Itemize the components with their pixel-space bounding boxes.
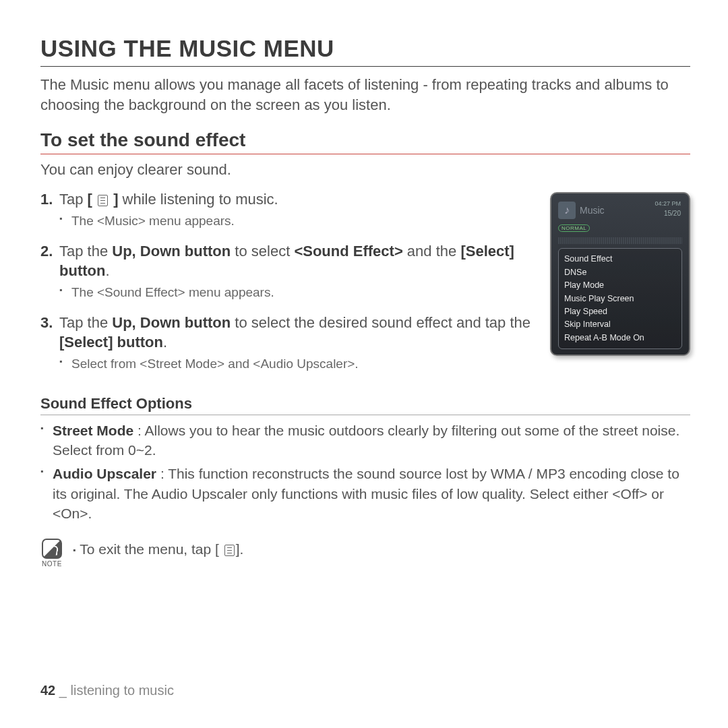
step-2: Tap the Up, Down button to select <Sound… [40, 241, 534, 302]
option-name: Audio Upscaler [53, 466, 156, 481]
note-icon [42, 539, 62, 559]
page-number: 42 [40, 683, 55, 698]
device-spectrum [558, 237, 682, 244]
option-name: Street Mode [53, 423, 133, 438]
device-menu-item: Skip Interval [564, 318, 676, 331]
page-title: USING THE MUSIC MENU [40, 35, 690, 67]
intro-text: The Music menu allows you manage all fac… [40, 75, 690, 115]
footer-section: listening to music [71, 683, 174, 698]
device-time: 04:27 PM [655, 200, 681, 207]
page-footer: 42 _ listening to music [40, 683, 174, 698]
footer-sep: _ [55, 683, 70, 698]
options-title: Sound Effect Options [40, 395, 690, 415]
option-street-mode: Street Mode : Allows you to hear the mus… [40, 421, 690, 460]
device-track-count: 15/20 [664, 210, 681, 217]
device-menu-item: Music Play Screen [564, 293, 676, 305]
step-1-bracket-close: ] [109, 191, 118, 208]
step-3: Tap the Up, Down button to select the de… [40, 313, 534, 373]
device-menu-item: Repeat A-B Mode On [564, 332, 676, 344]
step-1-sub: The <Music> menu appears. [59, 212, 534, 231]
step-2-text: Tap the Up, Down button to select <Sound… [59, 243, 514, 280]
step-1-suffix: while listening to music. [119, 191, 278, 208]
section-title: To set the sound effect [40, 129, 690, 154]
device-title: Music [580, 205, 605, 216]
note-text-before: To exit the menu, tap [ [80, 541, 219, 557]
step-1-prefix: Tap [59, 191, 88, 208]
step-2-sub: The <Sound Effect> menu appears. [59, 284, 534, 302]
device-screenshot: ♪ Music 04:27 PM 15/20 NORMAL Sound Effe… [550, 192, 690, 356]
note-text: ▪To exit the menu, tap [ ]. [73, 539, 243, 557]
step-1: Tap [ ] while listening to music. The <M… [40, 189, 534, 230]
device-menu-item: Play Speed [564, 305, 676, 318]
menu-icon [224, 545, 235, 556]
section-lead: You can enjoy clearer sound. [40, 161, 690, 179]
note-badge: NOTE [40, 539, 63, 568]
device-menu-item: DNSe [564, 266, 676, 279]
step-3-text: Tap the Up, Down button to select the de… [59, 314, 530, 351]
step-1-bracket-open: [ [88, 191, 96, 208]
device-menu-item: Play Mode [564, 279, 676, 292]
note-text-after: ]. [236, 541, 244, 557]
menu-icon [98, 195, 108, 206]
device-menu-item: Sound Effect [564, 253, 676, 266]
step-3-sub: Select from <Street Mode> and <Audio Ups… [59, 355, 534, 373]
option-desc: : Allows you to hear the music outdoors … [53, 423, 679, 458]
note-label: NOTE [40, 560, 63, 568]
option-audio-upscaler: Audio Upscaler : This function reconstru… [40, 464, 690, 523]
device-eq-badge: NORMAL [558, 224, 590, 232]
music-note-icon: ♪ [558, 202, 576, 219]
device-menu: Sound Effect DNSe Play Mode Music Play S… [558, 248, 682, 349]
